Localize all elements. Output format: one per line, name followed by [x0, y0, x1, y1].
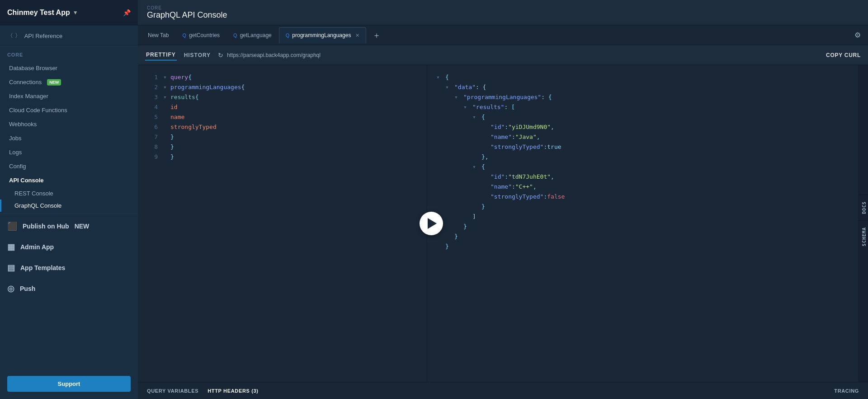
- resp-line-12: "name": "C++",: [436, 182, 859, 192]
- code-line-4: 4 id: [138, 102, 427, 112]
- sidebar: Chinmey Test App ▼ 📌 〈 〉 API Reference C…: [0, 0, 138, 399]
- sidebar-app-templates[interactable]: ▤ App Templates: [0, 257, 138, 278]
- api-reference-item[interactable]: 〈 〉 API Reference: [0, 25, 138, 47]
- resp-line-16: }: [436, 222, 859, 232]
- resp-line-11: "id": "tdN7JuhE0t",: [436, 172, 859, 182]
- url-text: https://parseapi.back4app.com/graphql: [227, 52, 321, 58]
- app-title-text: Chinmey Test App: [7, 9, 70, 17]
- resp-line-4: ▾ "results": [: [436, 102, 859, 112]
- config-label: Config: [9, 163, 26, 170]
- get-countries-label: getCountries: [189, 32, 220, 38]
- graphql-console-label: GraphQL Console: [14, 202, 61, 209]
- sidebar-item-config[interactable]: Config: [0, 159, 138, 173]
- sidebar-publish-hub[interactable]: ⬛ Publish on Hub NEW: [0, 216, 138, 237]
- core-section: Core Database Browser Connections NEW In…: [0, 47, 138, 212]
- schema-tab[interactable]: SCHEMA: [858, 220, 868, 252]
- code-line-5: 5 name: [138, 112, 427, 122]
- core-label: Core: [7, 52, 23, 57]
- sidebar-sub-graphql-console[interactable]: GraphQL Console: [0, 200, 138, 212]
- tabs-bar: New Tab Q getCountries Q getLanguage Q p…: [138, 25, 868, 45]
- pin-icon[interactable]: 📌: [123, 9, 131, 16]
- publish-hub-badge: NEW: [75, 223, 90, 230]
- sidebar-push[interactable]: ◎ Push: [0, 278, 138, 299]
- sidebar-sub-rest-console[interactable]: REST Console: [0, 187, 138, 200]
- get-language-label: getLanguage: [240, 32, 272, 38]
- resp-line-2: ▾ "data": {: [436, 82, 859, 92]
- add-tab-button[interactable]: ＋: [369, 28, 384, 43]
- sidebar-item-database-browser[interactable]: Database Browser: [0, 61, 138, 75]
- bottom-bar: QUERY VARIABLES HTTP HEADERS (3) TRACING: [138, 382, 868, 399]
- main-header-title: GraphQL API Console: [147, 10, 227, 20]
- sidebar-item-logs[interactable]: Logs: [0, 145, 138, 159]
- api-reference-label: API Reference: [24, 33, 63, 39]
- main-header-core-label: CORE: [147, 5, 227, 10]
- new-tab-label: New Tab: [148, 32, 169, 38]
- tab-new-tab[interactable]: New Tab: [142, 27, 175, 43]
- history-button[interactable]: HISTORY: [184, 52, 211, 58]
- api-reference-arrows: 〈 〉: [7, 32, 21, 40]
- resp-line-7: "name": "Java",: [436, 132, 859, 142]
- app-title[interactable]: Chinmey Test App ▼: [7, 9, 78, 17]
- settings-gear-icon[interactable]: ⚙: [851, 29, 864, 41]
- sidebar-item-api-console[interactable]: API Console: [0, 173, 138, 187]
- url-bar: ↻ https://parseapi.back4app.com/graphql: [218, 52, 321, 59]
- tab-close-btn[interactable]: ✕: [355, 33, 359, 38]
- prettify-button[interactable]: PRETTIFY: [145, 50, 177, 61]
- push-icon: ◎: [7, 284, 14, 294]
- get-language-icon: Q: [233, 33, 237, 38]
- divider-1: [0, 214, 138, 214]
- resp-line-5: ▾ {: [436, 112, 859, 122]
- copy-curl-button[interactable]: COPY CURL: [826, 52, 861, 58]
- main-header: CORE GraphQL API Console: [138, 0, 868, 25]
- tab-get-language[interactable]: Q getLanguage: [227, 27, 278, 43]
- jobs-label: Jobs: [9, 135, 21, 142]
- index-manager-label: Index Manager: [9, 93, 48, 100]
- core-section-header: Core: [0, 47, 138, 61]
- resp-line-17: }: [436, 232, 859, 242]
- tab-get-countries[interactable]: Q getCountries: [176, 27, 226, 43]
- resp-line-9: },: [436, 152, 859, 162]
- run-query-button[interactable]: [420, 212, 443, 235]
- resp-line-6: "id": "yiDJUmd9N0",: [436, 122, 859, 132]
- response-panel: ▾ { ▾ "data": { ▾ "programmingLanguages"…: [427, 65, 868, 382]
- connections-label: Connections: [9, 79, 42, 86]
- sidebar-item-jobs[interactable]: Jobs: [0, 131, 138, 145]
- code-line-8: 8 }: [138, 142, 427, 152]
- resp-line-18: }: [436, 242, 859, 252]
- tracing-button[interactable]: TRACING: [834, 388, 859, 394]
- resp-line-10: ▾ {: [436, 162, 859, 172]
- tab-programming-languages[interactable]: Q programmingLanguages ✕: [279, 27, 367, 43]
- app-templates-icon: ▤: [7, 263, 15, 273]
- main-header-info: CORE GraphQL API Console: [147, 5, 227, 20]
- code-line-2: 2 ▾ programmingLanguages {: [138, 82, 427, 92]
- push-label: Push: [20, 285, 35, 292]
- code-line-9: 9 }: [138, 152, 427, 162]
- sidebar-item-webhooks[interactable]: Webhooks: [0, 117, 138, 131]
- query-editor[interactable]: 1 ▾ query{ 2 ▾ programmingLanguages { 3 …: [138, 65, 427, 382]
- http-headers-button[interactable]: HTTP HEADERS (3): [208, 388, 258, 394]
- resp-line-15: ]: [436, 212, 859, 222]
- code-line-3: 3 ▾ results {: [138, 92, 427, 102]
- connections-new-badge: NEW: [47, 79, 61, 86]
- webhooks-label: Webhooks: [9, 121, 37, 128]
- admin-app-label: Admin App: [20, 243, 54, 251]
- api-console-label: API Console: [9, 177, 44, 184]
- sidebar-item-cloud-code[interactable]: Cloud Code Functions: [0, 103, 138, 117]
- docs-tab[interactable]: DOCS: [858, 195, 868, 220]
- resp-line-14: }: [436, 202, 859, 212]
- play-icon: [428, 218, 437, 229]
- database-browser-label: Database Browser: [9, 65, 57, 71]
- refresh-icon[interactable]: ↻: [218, 52, 223, 59]
- support-button[interactable]: Support: [7, 376, 131, 392]
- admin-app-icon: ▦: [7, 242, 15, 252]
- resp-line-3: ▾ "programmingLanguages": {: [436, 92, 859, 102]
- code-line-6: 6 stronglyTyped: [138, 122, 427, 132]
- resp-line-1: ▾ {: [436, 72, 859, 82]
- publish-hub-label: Publish on Hub: [23, 223, 69, 230]
- code-line-1: 1 ▾ query{: [138, 72, 427, 82]
- sidebar-admin-app[interactable]: ▦ Admin App: [0, 237, 138, 257]
- sidebar-item-connections[interactable]: Connections NEW: [0, 75, 138, 89]
- editor-area: 1 ▾ query{ 2 ▾ programmingLanguages { 3 …: [138, 65, 868, 382]
- query-variables-button[interactable]: QUERY VARIABLES: [147, 388, 198, 394]
- sidebar-item-index-manager[interactable]: Index Manager: [0, 89, 138, 103]
